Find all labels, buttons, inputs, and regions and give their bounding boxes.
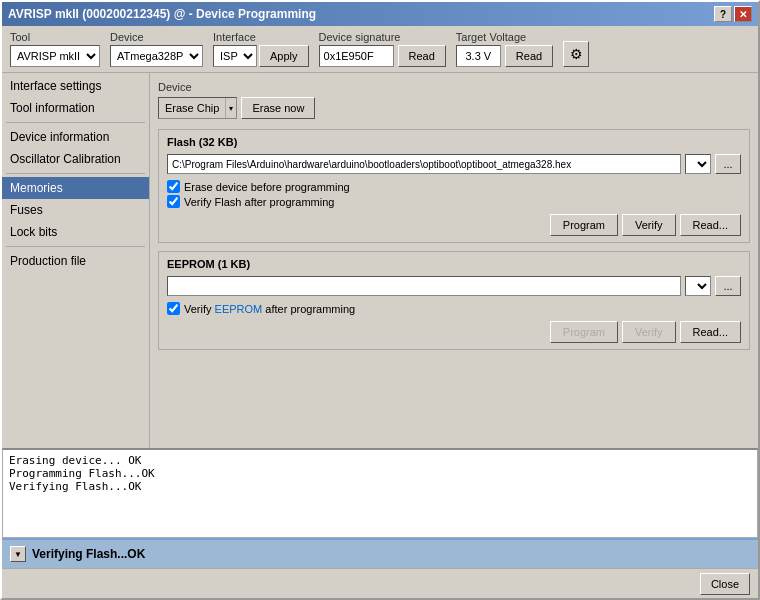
- target-voltage-group: Target Voltage Read: [456, 31, 553, 67]
- signature-row: Read: [319, 45, 446, 67]
- eeprom-prog-row: Program Verify Read...: [167, 321, 741, 343]
- read-voltage-button[interactable]: Read: [505, 45, 553, 67]
- log-line-3: Verifying Flash...OK: [9, 480, 751, 493]
- verify-flash-button[interactable]: Verify: [622, 214, 676, 236]
- flash-file-row: ...: [167, 154, 741, 174]
- settings-button[interactable]: ⚙: [563, 41, 589, 67]
- sidebar-item-fuses[interactable]: Fuses: [2, 199, 149, 221]
- flash-section-title: Flash (32 KB): [167, 136, 741, 148]
- flash-file-input[interactable]: [167, 154, 681, 174]
- window-title: AVRISP mkII (000200212345) @ - Device Pr…: [8, 7, 316, 21]
- voltage-row: Read: [456, 45, 553, 67]
- read-eeprom-button[interactable]: Read...: [680, 321, 741, 343]
- title-bar: AVRISP mkII (000200212345) @ - Device Pr…: [2, 2, 758, 26]
- sidebar-item-device-information[interactable]: Device information: [2, 126, 149, 148]
- erase-chip-dropdown[interactable]: Erase Chip ▾: [158, 97, 237, 119]
- main-content: Interface settings Tool information Devi…: [2, 73, 758, 448]
- interface-select[interactable]: ISP: [213, 45, 257, 67]
- verify-eeprom-checkbox[interactable]: [167, 302, 180, 315]
- verify-flash-label: Verify Flash after programming: [184, 196, 334, 208]
- sidebar-divider-2: [6, 173, 145, 174]
- verify-flash-row: Verify Flash after programming: [167, 195, 741, 208]
- erase-chip-label: Erase Chip: [159, 102, 225, 114]
- tool-group: Tool AVRISP mkII: [10, 31, 100, 67]
- program-flash-button[interactable]: Program: [550, 214, 618, 236]
- log-area: Erasing device... OK Programming Flash..…: [2, 448, 758, 538]
- eeprom-file-input[interactable]: [167, 276, 681, 296]
- status-collapse-button[interactable]: ▼: [10, 546, 26, 562]
- sidebar-item-lock-bits[interactable]: Lock bits: [2, 221, 149, 243]
- log-line-1: Erasing device... OK: [9, 454, 751, 467]
- device-buttons: Erase Chip ▾ Erase now: [158, 97, 750, 119]
- sidebar-divider-3: [6, 246, 145, 247]
- tool-select[interactable]: AVRISP mkII: [10, 45, 100, 67]
- program-eeprom-button[interactable]: Program: [550, 321, 618, 343]
- device-section: Device Erase Chip ▾ Erase now: [158, 81, 750, 119]
- device-signature-group: Device signature Read: [319, 31, 446, 67]
- flash-prog-row: Program Verify Read...: [167, 214, 741, 236]
- eeprom-format-select[interactable]: [685, 276, 711, 296]
- main-window: AVRISP mkII (000200212345) @ - Device Pr…: [0, 0, 760, 600]
- flash-format-select[interactable]: [685, 154, 711, 174]
- title-bar-buttons: ? ✕: [714, 6, 752, 22]
- eeprom-link: EEPROM: [215, 303, 263, 315]
- sidebar-item-oscillator-calibration[interactable]: Oscillator Calibration: [2, 148, 149, 170]
- log-line-2: Programming Flash...OK: [9, 467, 751, 480]
- device-section-label: Device: [158, 81, 750, 93]
- sidebar-divider-1: [6, 122, 145, 123]
- verify-eeprom-row: Verify EEPROM after programming: [167, 302, 741, 315]
- verify-eeprom-button[interactable]: Verify: [622, 321, 676, 343]
- device-select[interactable]: ATmega328P: [110, 45, 203, 67]
- erase-before-prog-label: Erase device before programming: [184, 181, 350, 193]
- erase-before-prog-row: Erase device before programming: [167, 180, 741, 193]
- erase-before-prog-checkbox[interactable]: [167, 180, 180, 193]
- eeprom-file-row: ...: [167, 276, 741, 296]
- collapse-icon: ▼: [14, 550, 22, 559]
- device-group: Device ATmega328P: [110, 31, 203, 67]
- window-close-button[interactable]: ✕: [734, 6, 752, 22]
- signature-input[interactable]: [319, 45, 394, 67]
- content-panel: Device Erase Chip ▾ Erase now Flash (32 …: [150, 73, 758, 448]
- erase-chip-arrow-icon[interactable]: ▾: [225, 98, 236, 118]
- footer: Close: [2, 568, 758, 598]
- read-signature-button[interactable]: Read: [398, 45, 446, 67]
- help-button[interactable]: ?: [714, 6, 732, 22]
- eeprom-section-title: EEPROM (1 KB): [167, 258, 741, 270]
- close-button[interactable]: Close: [700, 573, 750, 595]
- flash-browse-button[interactable]: ...: [715, 154, 741, 174]
- sidebar-item-memories[interactable]: Memories: [2, 177, 149, 199]
- tool-label: Tool: [10, 31, 100, 43]
- flash-section: Flash (32 KB) ... Erase device before pr…: [158, 129, 750, 243]
- verify-eeprom-label: Verify EEPROM after programming: [184, 303, 355, 315]
- read-flash-button[interactable]: Read...: [680, 214, 741, 236]
- interface-label: Interface: [213, 31, 309, 43]
- device-signature-label: Device signature: [319, 31, 446, 43]
- status-bar: ▼ Verifying Flash...OK: [2, 538, 758, 568]
- sidebar-item-production-file[interactable]: Production file: [2, 250, 149, 272]
- toolbar: Tool AVRISP mkII Device ATmega328P Inter…: [2, 26, 758, 73]
- device-label: Device: [110, 31, 203, 43]
- eeprom-section: EEPROM (1 KB) ... Verify EEPROM after pr…: [158, 251, 750, 350]
- sidebar-item-interface-settings[interactable]: Interface settings: [2, 75, 149, 97]
- verify-flash-checkbox[interactable]: [167, 195, 180, 208]
- apply-button[interactable]: Apply: [259, 45, 309, 67]
- interface-group: Interface ISP Apply: [213, 31, 309, 67]
- erase-now-button[interactable]: Erase now: [241, 97, 315, 119]
- target-voltage-label: Target Voltage: [456, 31, 553, 43]
- sidebar: Interface settings Tool information Devi…: [2, 73, 150, 448]
- sidebar-item-tool-information[interactable]: Tool information: [2, 97, 149, 119]
- voltage-input[interactable]: [456, 45, 501, 67]
- status-text: Verifying Flash...OK: [32, 547, 145, 561]
- eeprom-browse-button[interactable]: ...: [715, 276, 741, 296]
